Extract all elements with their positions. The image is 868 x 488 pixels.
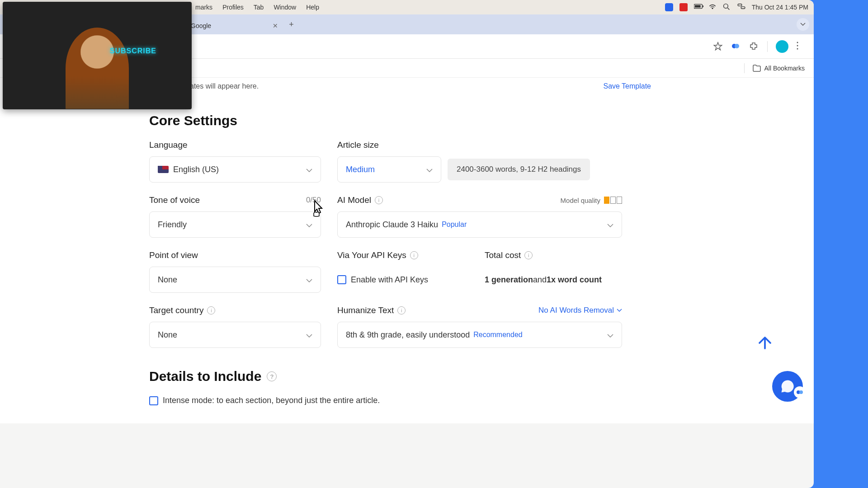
total-cost-label: Total costi xyxy=(485,250,620,260)
core-settings-heading: Core Settings xyxy=(149,113,696,128)
target-country-label: Target countryi xyxy=(149,305,321,315)
api-keys-checkbox-label: Enable with API Keys xyxy=(351,275,428,285)
info-icon[interactable]: i xyxy=(375,196,383,204)
humanize-label: Humanize Text i No AI Words Removal xyxy=(337,305,622,315)
templates-hint: ates will appear here. xyxy=(190,82,259,90)
svg-rect-6 xyxy=(741,7,745,9)
info-icon[interactable]: i xyxy=(207,306,215,314)
menu-profiles[interactable]: Profiles xyxy=(222,4,244,11)
humanize-select[interactable]: 8th & 9th grade, easily understood Recom… xyxy=(337,322,622,348)
humanize-value: 8th & 9th grade, easily understood xyxy=(346,330,470,340)
target-country-select[interactable]: None xyxy=(149,322,321,348)
svg-point-10 xyxy=(797,45,798,46)
ai-model-value: Anthropic Claude 3 Haiku xyxy=(346,220,438,230)
kebab-menu-icon[interactable] xyxy=(797,42,807,52)
chevron-down-icon xyxy=(306,275,312,285)
ai-words-removal-select[interactable]: No AI Words Removal xyxy=(538,306,622,315)
language-value: English (US) xyxy=(173,165,219,174)
chevron-down-icon xyxy=(617,309,622,312)
svg-rect-2 xyxy=(703,5,703,7)
wifi-icon[interactable] xyxy=(708,3,717,11)
new-tab-button[interactable]: + xyxy=(289,20,294,29)
chevron-down-icon xyxy=(607,220,613,230)
model-quality-bars xyxy=(604,197,622,204)
menu-help[interactable]: Help xyxy=(306,4,319,11)
chat-icon xyxy=(779,378,796,394)
save-template-link[interactable]: Save Template xyxy=(603,82,651,90)
language-select[interactable]: English (US) xyxy=(149,156,321,183)
star-icon[interactable] xyxy=(713,42,723,52)
tone-label: Tone of voice0/50 xyxy=(149,195,321,205)
extension-icon-1[interactable] xyxy=(731,42,741,52)
svg-point-9 xyxy=(797,42,798,43)
svg-rect-1 xyxy=(695,5,701,8)
chevron-down-icon xyxy=(426,165,433,174)
pov-select[interactable]: None xyxy=(149,267,321,293)
subscribe-sign: SUBSCRIBE xyxy=(110,47,156,55)
close-tab-icon[interactable]: ✕ xyxy=(273,22,278,29)
target-country-value: None xyxy=(158,330,177,340)
menu-bookmarks[interactable]: marks xyxy=(195,4,212,11)
chevron-down-icon xyxy=(607,330,613,340)
article-size-value: Medium xyxy=(346,165,375,174)
clock[interactable]: Thu Oct 24 1:45 PM xyxy=(752,4,808,11)
folder-icon xyxy=(753,65,761,72)
all-bookmarks-button[interactable]: All Bookmarks xyxy=(753,65,805,72)
battery-icon[interactable] xyxy=(694,3,702,11)
info-icon[interactable]: i xyxy=(410,251,418,259)
article-size-select[interactable]: Medium xyxy=(337,156,441,183)
menu-tab[interactable]: Tab xyxy=(254,4,264,11)
browser-tab[interactable]: Google ✕ xyxy=(185,19,283,32)
flag-us-icon xyxy=(158,166,169,173)
mouse-cursor xyxy=(310,200,325,219)
svg-point-3 xyxy=(723,4,728,9)
pov-value: None xyxy=(158,275,177,285)
api-keys-label: Via Your API Keysi xyxy=(337,250,468,260)
chevron-down-icon xyxy=(306,220,312,230)
recommended-badge: Recommended xyxy=(473,331,523,339)
pov-label: Point of view xyxy=(149,250,321,260)
details-heading: Details to Include xyxy=(149,369,261,384)
info-icon[interactable]: i xyxy=(397,306,406,314)
profile-avatar[interactable] xyxy=(776,40,788,53)
intense-mode-checkbox[interactable] xyxy=(149,396,158,405)
info-icon[interactable]: i xyxy=(524,251,533,259)
intense-mode-label: Intense mode: to each section, beyond ju… xyxy=(163,396,380,405)
scroll-to-top-button[interactable] xyxy=(752,330,778,356)
language-label: Language xyxy=(149,140,321,150)
chevron-down-icon xyxy=(306,165,312,174)
article-size-label: Article size xyxy=(337,140,379,150)
control-center-icon[interactable] xyxy=(737,3,745,11)
popular-badge: Popular xyxy=(442,221,467,229)
svg-point-13 xyxy=(799,390,803,394)
tone-value: Friendly xyxy=(158,220,187,230)
extensions-icon[interactable] xyxy=(749,42,759,52)
webcam-overlay: SUBSCRIBE xyxy=(3,2,192,109)
ai-model-select[interactable]: Anthropic Claude 3 Haiku Popular xyxy=(337,211,622,238)
total-cost-value: 1 generation and 1x word count xyxy=(485,267,620,293)
ai-model-label: AI Model i Model quality xyxy=(337,195,622,205)
tab-title: Google xyxy=(191,22,211,29)
article-size-hint: 2400-3600 words, 9-12 H2 headings xyxy=(448,159,590,180)
screenrec-icon[interactable] xyxy=(665,3,673,11)
api-keys-checkbox[interactable] xyxy=(337,275,346,284)
svg-line-4 xyxy=(727,8,729,9)
svg-point-8 xyxy=(735,44,739,48)
search-icon[interactable] xyxy=(723,3,731,11)
chat-badge-icon xyxy=(794,386,806,398)
model-quality-label: Model quality xyxy=(561,197,600,204)
svg-rect-5 xyxy=(738,4,742,6)
info-icon[interactable]: ? xyxy=(267,371,277,381)
app-icon[interactable] xyxy=(679,3,688,11)
svg-point-11 xyxy=(797,48,798,49)
tone-select[interactable]: Friendly xyxy=(149,211,321,238)
tab-overflow-button[interactable] xyxy=(797,18,809,31)
chevron-down-icon xyxy=(306,330,312,340)
menu-window[interactable]: Window xyxy=(274,4,296,11)
chat-widget-button[interactable] xyxy=(772,371,803,402)
all-bookmarks-label: All Bookmarks xyxy=(764,65,805,72)
